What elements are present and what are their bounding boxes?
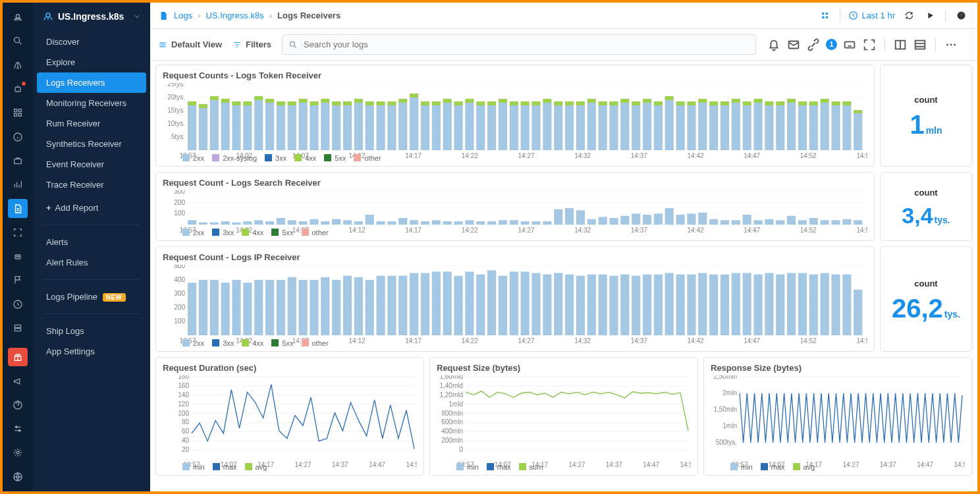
fullscreen-icon[interactable] (862, 38, 877, 52)
kpi-search[interactable]: count 3,4tys. (880, 172, 972, 241)
svg-rect-114 (554, 101, 562, 105)
globe-icon[interactable] (8, 468, 28, 486)
svg-rect-137 (687, 105, 695, 150)
add-report[interactable]: +Add Report (33, 198, 150, 218)
crumb-logs[interactable]: Logs (174, 11, 192, 20)
search-icon[interactable] (8, 32, 28, 50)
refresh-icon[interactable] (902, 9, 916, 23)
legend-item[interactable]: 5xx (271, 339, 293, 347)
svg-rect-67 (299, 103, 308, 150)
document-icon[interactable] (8, 199, 28, 217)
legend-item[interactable]: other (302, 229, 329, 236)
sidebar-alert-rules[interactable]: Alert Rules (33, 252, 150, 273)
keyboard-icon[interactable] (842, 38, 857, 52)
legend-item[interactable]: max (761, 463, 785, 471)
svg-rect-111 (543, 103, 551, 150)
legend-item[interactable]: max (487, 463, 511, 471)
svg-rect-241 (776, 220, 784, 225)
crumb-app[interactable]: US.Ingress.k8s (206, 11, 264, 20)
scan-icon[interactable] (8, 223, 28, 242)
sidebar-ship-logs[interactable]: Ship Logs (33, 321, 150, 341)
unlink-icon[interactable] (806, 38, 821, 52)
mail-icon[interactable] (786, 38, 801, 52)
sidebar-item-synthetics-receiver[interactable]: Synthetics Receiver (33, 134, 150, 154)
legend-item[interactable]: 3xx (212, 339, 234, 347)
panel-duration[interactable]: Request Duration (sec) 20406080100120140… (155, 357, 424, 476)
bell-icon[interactable] (767, 38, 781, 52)
flag-icon[interactable] (8, 271, 28, 289)
legend-item[interactable]: 5xx (271, 229, 293, 236)
sidebar-logs-pipeline[interactable]: Logs Pipeline NEW (33, 287, 150, 307)
svg-rect-308 (587, 275, 596, 335)
legend-item[interactable]: other (354, 154, 381, 162)
grid-icon[interactable] (8, 103, 28, 122)
legend-item[interactable]: 4xx (294, 154, 316, 162)
layout-list-icon[interactable] (913, 38, 927, 52)
tune-icon[interactable] (8, 420, 28, 438)
more-icon[interactable] (944, 38, 958, 52)
robot2-icon[interactable] (8, 247, 28, 265)
play-icon[interactable] (923, 9, 937, 23)
sidebar-item-discover[interactable]: Discover (33, 32, 150, 52)
gear-icon[interactable] (8, 443, 28, 462)
legend-item[interactable]: 2xx (182, 229, 204, 236)
workspace[interactable]: Request Counts - Logs Token Receiver 5ty… (150, 61, 977, 491)
legend-item[interactable]: 2xx (182, 154, 204, 162)
time-range[interactable]: Last 1 hr (848, 11, 895, 20)
panel-req-size[interactable]: Request Size (bytes) 0200mln400mln600mln… (429, 357, 698, 476)
search-input[interactable] (282, 34, 756, 55)
legend-item[interactable]: min (730, 463, 753, 471)
layout-split-icon[interactable] (893, 38, 908, 52)
sidebar-item-monitoring-receivers[interactable]: Monitoring Receivers (33, 93, 150, 113)
kpi-token[interactable]: count 1mln (880, 65, 972, 167)
svg-rect-217 (510, 220, 518, 225)
server-icon[interactable] (8, 319, 28, 337)
logo-icon[interactable] (8, 8, 28, 26)
sidebar-alerts[interactable]: Alerts (33, 232, 150, 252)
robot-icon[interactable] (8, 80, 28, 98)
default-view[interactable]: Default View (158, 40, 222, 49)
help-icon[interactable] (8, 396, 28, 414)
rocket-icon[interactable] (8, 56, 28, 74)
panel-resp-size[interactable]: Response Size (bytes) 500tys.1mln1,50mln… (703, 357, 972, 476)
sidebar-item-logs-receivers[interactable]: Logs Receivers (37, 72, 146, 93)
legend-item[interactable]: min (456, 463, 479, 471)
gift-icon[interactable] (8, 348, 28, 366)
sidebar-item-explore[interactable]: Explore (33, 52, 150, 72)
svg-rect-104 (499, 99, 507, 103)
legend-item[interactable]: 2xx-syslog (212, 154, 257, 162)
legend-item[interactable]: 4xx (242, 229, 263, 236)
legend-item[interactable]: other (302, 339, 329, 347)
sidebar-item-event-receiver[interactable]: Event Receiver (33, 154, 150, 175)
briefcase-icon[interactable] (8, 151, 28, 170)
help-top-icon[interactable]: ? (954, 9, 968, 23)
clock-icon[interactable] (8, 295, 28, 314)
svg-rect-300 (499, 276, 507, 335)
svg-rect-204 (366, 215, 374, 225)
sidebar-item-trace-receiver[interactable]: Trace Receiver (33, 175, 150, 195)
info-icon[interactable] (8, 127, 28, 146)
legend-item[interactable]: sum (519, 463, 543, 471)
kpi-ip[interactable]: count 26,2tys. (880, 246, 972, 352)
sidebar-item-rum-receiver[interactable]: Rum Receiver (33, 113, 150, 134)
announce-icon[interactable] (8, 371, 28, 390)
panel-token[interactable]: Request Counts - Logs Token Receiver 5ty… (155, 65, 875, 167)
panel-search[interactable]: Request Count - Logs Search Receiver 100… (155, 172, 875, 241)
legend-item[interactable]: 4xx (242, 339, 263, 347)
svg-rect-228 (632, 213, 640, 225)
app-selector[interactable]: US.Ingress.k8s (33, 7, 150, 29)
legend-item[interactable]: avg (245, 463, 267, 471)
chart-bar-icon[interactable] (8, 175, 28, 194)
legend-item[interactable]: min (182, 463, 205, 471)
apps-icon[interactable] (817, 9, 832, 23)
filters[interactable]: Filters (232, 40, 271, 49)
legend-item[interactable]: avg (793, 463, 815, 471)
svg-text:15tys.: 15tys. (167, 107, 185, 114)
sidebar-app-settings[interactable]: App Settings (33, 341, 150, 362)
legend-item[interactable]: 5xx (324, 154, 346, 162)
panel-ip[interactable]: Request Count - Logs IP Receiver 1002003… (155, 246, 875, 352)
legend-item[interactable]: 3xx (265, 154, 286, 162)
legend-item[interactable]: 2xx (182, 339, 204, 347)
legend-item[interactable]: 3xx (212, 229, 234, 236)
legend-item[interactable]: max (213, 463, 237, 471)
